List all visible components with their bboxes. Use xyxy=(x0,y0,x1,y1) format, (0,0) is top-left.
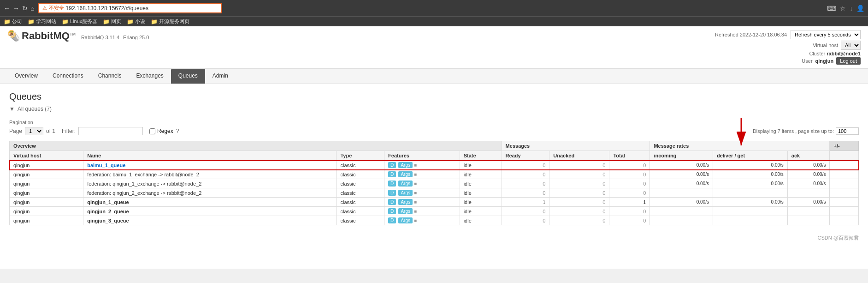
feature-args-btn[interactable]: Args xyxy=(398,199,413,205)
regex-label: Regex xyxy=(149,128,173,134)
all-queues-toggle[interactable]: ▼ All queues (7) xyxy=(9,106,859,112)
col-name: Name xyxy=(83,151,337,161)
forward-icon[interactable]: → xyxy=(13,5,19,12)
folder-icon: 📁 xyxy=(4,18,11,25)
page-size-input[interactable] xyxy=(836,127,859,135)
nav-admin[interactable]: Admin xyxy=(205,69,236,84)
help-icon[interactable]: ? xyxy=(176,128,179,134)
cell-vhost: qingjun xyxy=(10,188,83,198)
nav-exchanges[interactable]: Exchanges xyxy=(129,69,171,84)
address-bar[interactable]: ⚠ 不安全 192.168.130.128:15672/#/queues xyxy=(38,3,222,13)
feature-args-btn[interactable]: Args xyxy=(398,171,413,177)
cell-total: 0 xyxy=(609,170,650,179)
cell-name: qingjun_3_queue xyxy=(83,216,337,225)
feature-d-btn[interactable]: D xyxy=(388,171,396,177)
cell-vhost: qingjun xyxy=(10,170,83,179)
feature-d-btn[interactable]: D xyxy=(388,190,396,196)
extensions-icon[interactable]: ⌨ xyxy=(827,5,836,12)
cell-total: 0 xyxy=(609,207,650,216)
plus-minus-btn[interactable]: +/- xyxy=(830,141,859,151)
feature-d-btn[interactable]: D xyxy=(388,162,396,168)
vhost-row: Virtual host All xyxy=(715,41,861,50)
header-right: Refreshed 2022-12-20 18:06:34 Refresh ev… xyxy=(715,30,861,65)
cell-ready: 0 xyxy=(502,188,549,198)
cell-extra xyxy=(830,216,859,225)
feature-args-btn[interactable]: Args xyxy=(398,162,413,168)
logo-tm: TM xyxy=(70,32,76,36)
col-features: Features xyxy=(384,151,460,161)
url-text: 192.168.130.128:15672/#/queues xyxy=(66,5,149,12)
of-text: of 1 xyxy=(46,128,55,134)
regex-checkbox[interactable] xyxy=(149,128,155,134)
cell-features: D Args ■ xyxy=(384,207,460,216)
refresh-select[interactable]: Refresh every 5 seconds xyxy=(791,30,861,39)
cell-state: idle xyxy=(460,216,502,225)
cell-type: classic xyxy=(337,207,384,216)
cell-incoming: 0.00/s xyxy=(650,179,713,188)
col-incoming: incoming xyxy=(650,151,713,161)
queue-link[interactable]: baimu_1_queue xyxy=(87,163,125,168)
cell-vhost: qingjun xyxy=(10,216,83,225)
cell-ready: 0 xyxy=(502,161,549,170)
profile-icon[interactable]: 👤 xyxy=(856,5,864,12)
back-icon[interactable]: ← xyxy=(4,5,10,12)
home-icon[interactable]: ⌂ xyxy=(30,5,34,12)
refresh-icon[interactable]: ↻ xyxy=(22,5,28,12)
cell-name: qingjun_1_queue xyxy=(83,198,337,207)
cell-state: idle xyxy=(460,179,502,188)
feature-d-btn[interactable]: D xyxy=(388,181,396,187)
cell-incoming: 0.00/s xyxy=(650,198,713,207)
cell-unacked: 0 xyxy=(549,198,609,207)
cell-incoming xyxy=(650,216,713,225)
bookmark-company[interactable]: 📁 公司 xyxy=(4,18,22,25)
nav-channels[interactable]: Channels xyxy=(91,69,129,84)
cell-incoming xyxy=(650,188,713,198)
cell-extra xyxy=(830,207,859,216)
feature-args-btn[interactable]: Args xyxy=(398,190,413,196)
cell-name: baimu_1_queue xyxy=(83,161,337,170)
nav-queues[interactable]: Queues xyxy=(171,69,205,84)
download-icon[interactable]: ↓ xyxy=(850,5,853,12)
cell-total: 0 xyxy=(609,161,650,170)
feature-d-btn[interactable]: D xyxy=(388,208,396,214)
cell-features: D Args ■ xyxy=(384,161,460,170)
cell-type: classic xyxy=(337,161,384,170)
queues-table: Overview Messages Message rates +/- Virt… xyxy=(9,141,859,225)
bookmark-study[interactable]: 📁 学习网站 xyxy=(28,18,56,25)
table-row: qingjun federation: qingjun_1_exchange -… xyxy=(10,179,859,188)
folder-icon: 📁 xyxy=(103,18,110,25)
bookmark-novel[interactable]: 📁 小说 xyxy=(127,18,145,25)
feature-args-btn[interactable]: Args xyxy=(398,217,413,223)
cell-vhost: qingjun xyxy=(10,198,83,207)
cell-name: federation: qingjun_1_exchange -> rabbit… xyxy=(83,179,337,188)
cell-extra xyxy=(830,161,859,170)
rabbit-icon: 🌯 xyxy=(7,30,20,42)
bookmark-opensource[interactable]: 📁 开源服务网页 xyxy=(151,18,189,25)
page-select[interactable]: 1 xyxy=(25,127,43,135)
logo-area: 🌯 RabbitMQTM RabbitMQ 3.11.4 Erlang 25.0 xyxy=(7,30,149,42)
cell-deliver-get xyxy=(713,207,787,216)
bookmark-webpage[interactable]: 📁 网页 xyxy=(103,18,121,25)
vhost-label: Virtual host xyxy=(813,42,838,48)
page-label: Page xyxy=(9,128,22,134)
cell-name: federation: baimu_1_exchange -> rabbit@n… xyxy=(83,170,337,179)
user-label: User xyxy=(802,58,812,64)
nav-connections[interactable]: Connections xyxy=(45,69,91,84)
cell-deliver-get: 0.00/s xyxy=(713,198,787,207)
logout-button[interactable]: Log out xyxy=(836,57,861,65)
star-icon[interactable]: ☆ xyxy=(840,5,846,12)
cell-ready: 0 xyxy=(502,179,549,188)
feature-d-btn[interactable]: D xyxy=(388,199,396,205)
filter-input[interactable] xyxy=(78,127,143,135)
feature-args-btn[interactable]: Args xyxy=(398,181,413,187)
filter-label: Filter: xyxy=(62,128,76,134)
bookmark-linux[interactable]: 📁 Linux服务器 xyxy=(62,18,97,25)
nav-overview[interactable]: Overview xyxy=(7,69,45,84)
cell-extra xyxy=(830,188,859,198)
col-type: Type xyxy=(337,151,384,161)
cell-total: 1 xyxy=(609,198,650,207)
feature-args-btn[interactable]: Args xyxy=(398,208,413,214)
feature-d-btn[interactable]: D xyxy=(388,217,396,223)
vhost-select[interactable]: All xyxy=(841,41,861,50)
logo-text: RabbitMQTM xyxy=(22,30,76,42)
